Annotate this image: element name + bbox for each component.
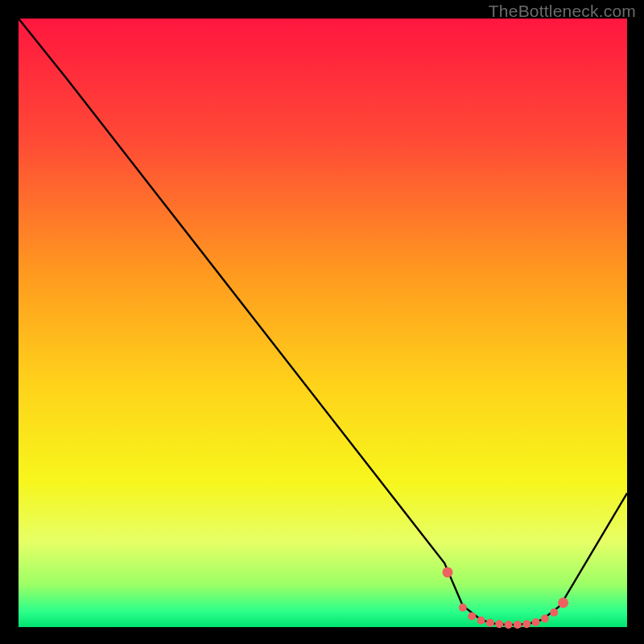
bottleneck-chart [0,0,644,644]
highlight-dot [442,567,452,577]
highlight-dot [550,609,558,617]
watermark-text: TheBottleneck.com [489,2,636,21]
highlight-dot [505,621,513,629]
highlight-dot [532,618,540,626]
highlight-dot [477,617,485,625]
highlight-dot [468,612,476,620]
highlight-dot [541,614,549,622]
highlight-dot [459,604,467,612]
gradient-background [19,19,627,627]
highlight-dot [514,621,522,629]
highlight-dot [486,619,494,627]
highlight-dot [558,597,568,608]
highlight-dot [522,620,530,628]
chart-stage: TheBottleneck.com [0,0,644,644]
highlight-dot [495,620,503,628]
